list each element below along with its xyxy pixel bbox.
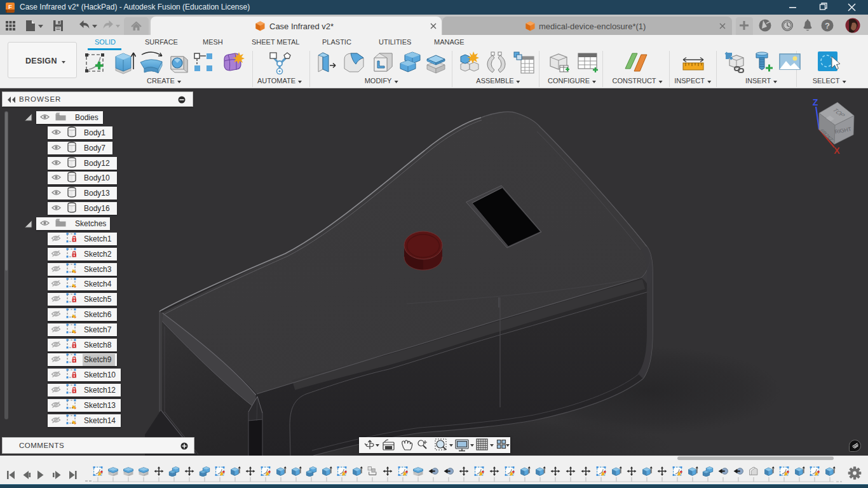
svg-text:Z: Z — [813, 97, 818, 107]
svg-text:F: F — [8, 3, 12, 10]
svg-text:?: ? — [825, 21, 830, 30]
svg-text:X: X — [834, 146, 840, 156]
